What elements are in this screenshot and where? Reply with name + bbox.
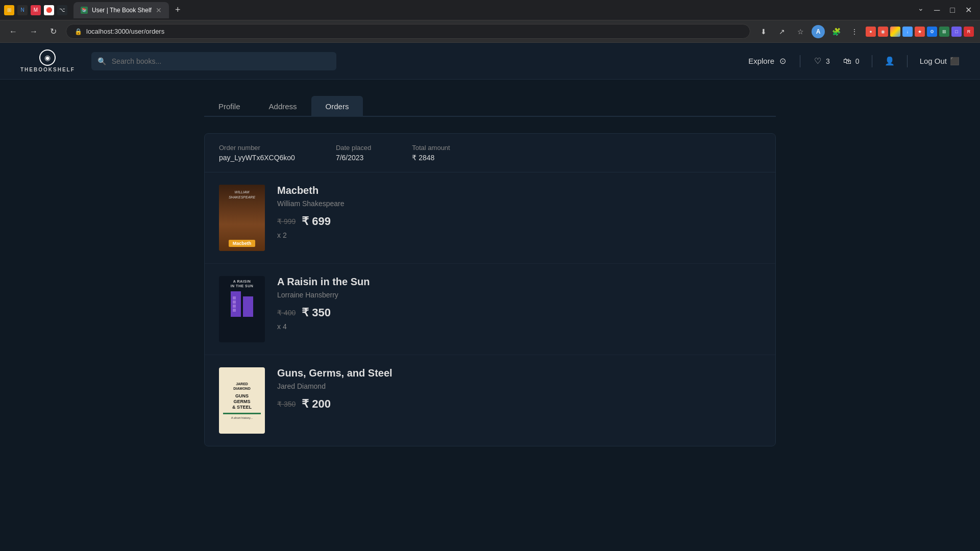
divider-2 <box>872 55 872 67</box>
ext-icon-9[interactable]: R <box>964 27 974 37</box>
date-placed-label: Date placed <box>336 144 371 152</box>
page-content: Profile Address Orders Order number pay_… <box>184 80 796 463</box>
lock-icon: 🔒 <box>75 28 82 35</box>
ext-icon-7[interactable]: ⊞ <box>939 27 949 37</box>
total-amount-value: ₹ 2848 <box>412 154 450 162</box>
tabs-nav: Profile Address Orders <box>204 96 776 117</box>
refresh-btn[interactable]: ↻ <box>47 24 60 38</box>
bookmark-star-icon[interactable]: ☆ <box>793 24 807 39</box>
tab-title: User | The Book Shelf <box>92 7 152 14</box>
header-right: Explore ⊙ ♡ 3 🛍 0 👤 Log Out ⬛ <box>748 55 960 67</box>
explore-nav[interactable]: Explore ⊙ <box>748 56 788 66</box>
tab-orders[interactable]: Orders <box>311 96 363 117</box>
address-bar-row: ← → ↻ 🔒 localhost:3000/user/orders ⬇ ↗ ☆… <box>0 20 980 43</box>
logo-icon: ◉ <box>39 49 56 66</box>
extensions-icon[interactable]: 🧩 <box>829 24 843 39</box>
search-container: 🔍 <box>91 52 336 70</box>
ext-icon-8[interactable]: □ <box>951 27 962 37</box>
order-number-field: Order number pay_LyyWTx6XCQ6ko0 <box>219 144 295 162</box>
favicon-neo[interactable]: N <box>17 5 28 15</box>
book-cover-raisin: A RAISININ THE SUN <box>219 276 265 342</box>
tab-favicon: 📚 <box>81 7 88 14</box>
minimize-btn[interactable]: ─ <box>930 4 944 16</box>
search-icon: 🔍 <box>97 57 106 65</box>
date-placed-field: Date placed 7/6/2023 <box>336 144 371 162</box>
raisin-author: Lorraine Hansberry <box>277 291 761 299</box>
raisin-title: A Raisin in the Sun <box>277 276 761 288</box>
macbeth-quantity: x 2 <box>277 231 761 239</box>
tab-profile[interactable]: Profile <box>204 96 255 117</box>
ext-icon-3[interactable] <box>890 27 900 37</box>
total-amount-field: Total amount ₹ 2848 <box>412 144 450 162</box>
raisin-building <box>231 291 253 317</box>
tab-close-btn[interactable]: ✕ <box>156 6 162 14</box>
raisin-price-row: ₹ 400 ₹ 350 <box>277 306 761 319</box>
logo[interactable]: ◉ THEBOOKSHELF <box>20 49 75 72</box>
order-number-value: pay_LyyWTx6XCQ6ko0 <box>219 154 295 162</box>
user-profile-nav[interactable]: 👤 <box>885 56 895 66</box>
favicon-ext[interactable]: 🔴 <box>44 5 54 15</box>
guns-price-row: ₹ 350 ₹ 200 <box>277 397 761 411</box>
app-header: ◉ THEBOOKSHELF 🔍 Explore ⊙ ♡ 3 🛍 0 👤 Log <box>0 43 980 80</box>
raisin-cover-title: A RAISININ THE SUN <box>231 279 254 288</box>
new-tab-button[interactable]: + <box>171 3 185 17</box>
guns-price-discounted: ₹ 200 <box>302 397 331 411</box>
favicon-github[interactable]: ⌥ <box>57 5 67 15</box>
order-item-macbeth: WILLIAMSHAKESPEARE Macbeth Macbeth Willi… <box>205 172 775 264</box>
guns-title: Guns, Germs, and Steel <box>277 367 761 379</box>
favicon-gmail[interactable]: M <box>31 5 41 15</box>
menu-icon[interactable]: ⋮ <box>847 24 862 39</box>
ext-icon-5[interactable]: ★ <box>915 27 925 37</box>
tab-address[interactable]: Address <box>255 96 311 117</box>
order-header: Order number pay_LyyWTx6XCQ6ko0 Date pla… <box>205 134 775 172</box>
ext-icon-4[interactable]: ↓ <box>902 27 913 37</box>
guns-cover-subtitle: A short history... <box>231 416 253 419</box>
raisin-info: A Raisin in the Sun Lorraine Hansberry ₹… <box>277 276 761 331</box>
guns-cover-author: JAREDDIAMOND <box>233 382 250 392</box>
share-icon[interactable]: ↗ <box>775 24 789 39</box>
order-item-raisin: A RAISININ THE SUN A Raisin in the Sun <box>205 264 775 355</box>
active-tab[interactable]: 📚 User | The Book Shelf ✕ <box>74 2 169 18</box>
book-cover-guns: JAREDDIAMOND GUNSGERMS& STEEL A short hi… <box>219 367 265 434</box>
raisin-tower-2 <box>243 296 253 317</box>
logo-text: THEBOOKSHELF <box>20 67 75 72</box>
divider-1 <box>800 55 800 67</box>
ext-icon-1[interactable]: ● <box>866 27 876 37</box>
macbeth-price-row: ₹ 999 ₹ 699 <box>277 215 761 228</box>
back-btn[interactable]: ← <box>6 25 20 38</box>
heart-icon: ♡ <box>813 56 823 66</box>
raisin-price-original: ₹ 400 <box>277 309 296 317</box>
favicon-apps[interactable]: ⊞ <box>4 5 14 15</box>
ext-icon-2[interactable]: ◉ <box>878 27 888 37</box>
macbeth-price-discounted: ₹ 699 <box>302 215 331 228</box>
explore-label: Explore <box>748 57 774 65</box>
divider-3 <box>907 55 908 67</box>
book-cover-macbeth: WILLIAMSHAKESPEARE Macbeth <box>219 185 265 251</box>
forward-btn[interactable]: → <box>27 25 41 38</box>
logout-label: Log Out <box>920 57 947 65</box>
browser-toolbar: ⬇ ↗ ☆ A 🧩 ⋮ ● ◉ ↓ ★ ⚙ ⊞ □ R <box>756 24 974 39</box>
wishlist-nav[interactable]: ♡ 3 <box>813 56 830 66</box>
close-btn[interactable]: ✕ <box>961 4 976 16</box>
address-bar[interactable]: 🔒 localhost:3000/user/orders <box>66 24 750 39</box>
guns-price-original: ₹ 350 <box>277 400 296 408</box>
search-input[interactable] <box>91 52 336 70</box>
logout-icon: ⬛ <box>950 57 960 66</box>
order-card: Order number pay_LyyWTx6XCQ6ko0 Date pla… <box>204 133 776 446</box>
guns-info: Guns, Germs, and Steel Jared Diamond ₹ 3… <box>277 367 761 414</box>
maximize-btn[interactable]: □ <box>946 4 959 16</box>
cart-icon: 🛍 <box>842 56 852 66</box>
ext-icon-6[interactable]: ⚙ <box>927 27 937 37</box>
tab-list-btn[interactable]: ⌄ <box>918 4 924 16</box>
raisin-tower-1 <box>231 291 241 317</box>
download-icon[interactable]: ⬇ <box>756 24 771 39</box>
user-icon: 👤 <box>885 56 895 66</box>
cart-nav[interactable]: 🛍 0 <box>842 56 860 66</box>
macbeth-author: William Shakespeare <box>277 199 761 208</box>
macbeth-info: Macbeth William Shakespeare ₹ 999 ₹ 699 … <box>277 185 761 239</box>
guns-cover-title: GUNSGERMS& STEEL <box>232 393 252 410</box>
browser-chrome: ⊞ N M 🔴 ⌥ 📚 User | The Book Shelf ✕ + ⌄ … <box>0 0 980 20</box>
total-amount-label: Total amount <box>412 144 450 152</box>
browser-profile-icon[interactable]: A <box>812 25 825 38</box>
logout-button[interactable]: Log Out ⬛ <box>920 57 960 66</box>
